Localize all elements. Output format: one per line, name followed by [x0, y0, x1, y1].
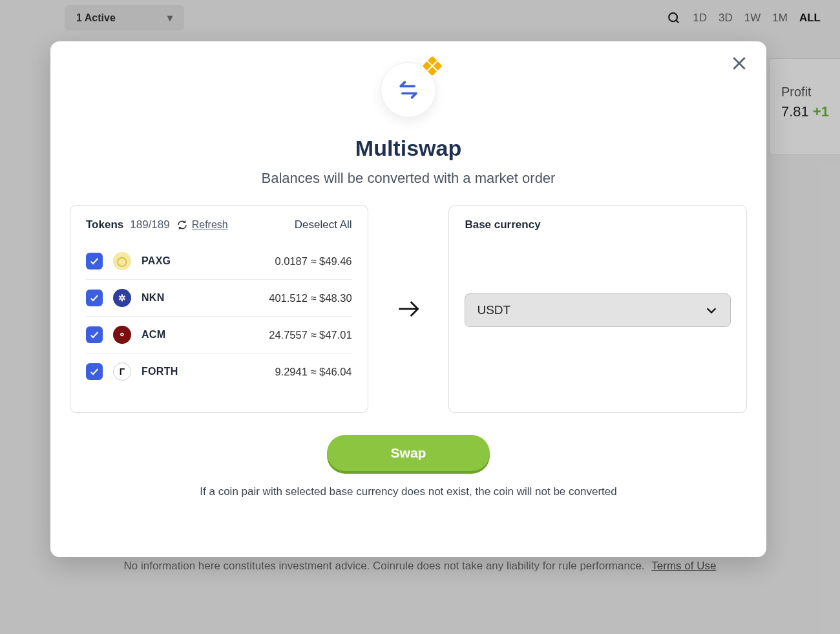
- swap-button[interactable]: Swap: [327, 435, 490, 471]
- token-icon: ⚬: [113, 326, 131, 344]
- token-checkbox[interactable]: [86, 363, 103, 380]
- base-currency-panel: Base currency USDT: [448, 205, 747, 413]
- tokens-count: 189/189: [130, 218, 169, 231]
- token-icon: Γ: [113, 363, 131, 381]
- token-checkbox[interactable]: [86, 253, 103, 269]
- token-symbol: ACM: [142, 329, 165, 341]
- tokens-label: Tokens: [86, 218, 123, 231]
- base-currency-select[interactable]: USDT: [465, 293, 731, 327]
- chevron-down-icon: [704, 303, 719, 317]
- token-symbol: NKN: [142, 292, 165, 304]
- token-amount: 401.512 ≈ $48.30: [269, 292, 352, 304]
- deselect-all-button[interactable]: Deselect All: [295, 218, 352, 231]
- token-amount: 24.7557 ≈ $47.01: [269, 329, 352, 341]
- token-row: ⚬ACM24.7557 ≈ $47.01: [86, 317, 352, 354]
- modal-title: Multiswap: [70, 136, 747, 161]
- refresh-label: Refresh: [192, 219, 228, 231]
- base-currency-label: Base currency: [465, 218, 731, 231]
- base-currency-value: USDT: [477, 303, 510, 317]
- token-checkbox[interactable]: [86, 326, 103, 343]
- binance-badge-icon: [422, 56, 442, 76]
- refresh-button[interactable]: Refresh: [176, 219, 228, 231]
- modal-note: If a coin pair with selected base curren…: [70, 485, 747, 498]
- token-symbol: FORTH: [142, 366, 178, 377]
- close-button[interactable]: [728, 52, 751, 75]
- tokens-panel: Tokens 189/189 Refresh Deselect All ◯PAX…: [70, 205, 368, 413]
- token-row: ΓFORTH9.2941 ≈ $46.04: [86, 354, 352, 390]
- token-row: ◯PAXG0.0187 ≈ $49.46: [86, 243, 352, 280]
- tokens-header: Tokens 189/189 Refresh Deselect All: [86, 218, 352, 231]
- swap-icon: [381, 62, 436, 118]
- token-icon: ◯: [113, 252, 131, 270]
- token-amount: 9.2941 ≈ $46.04: [275, 366, 352, 378]
- token-symbol: PAXG: [142, 255, 171, 267]
- multiswap-modal: Multiswap Balances will be converted wit…: [50, 41, 766, 557]
- arrow-right-icon: [392, 205, 426, 413]
- token-list: ◯PAXG0.0187 ≈ $49.46✲NKN401.512 ≈ $48.30…: [86, 243, 352, 390]
- token-checkbox[interactable]: [86, 290, 103, 306]
- token-icon: ✲: [113, 289, 131, 307]
- panels: Tokens 189/189 Refresh Deselect All ◯PAX…: [70, 205, 747, 413]
- token-amount: 0.0187 ≈ $49.46: [275, 255, 352, 268]
- modal-icon-wrap: [70, 62, 747, 118]
- modal-subtitle: Balances will be converted with a market…: [70, 170, 747, 187]
- token-row: ✲NKN401.512 ≈ $48.30: [86, 280, 352, 317]
